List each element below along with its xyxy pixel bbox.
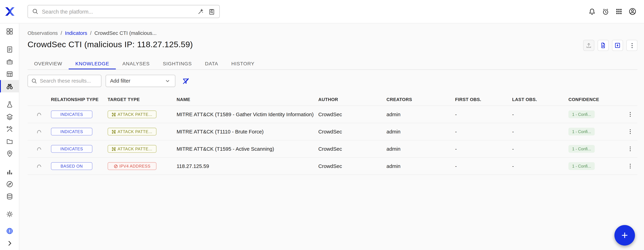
results-search (28, 75, 102, 87)
apps-grid-icon[interactable] (615, 8, 622, 15)
row-menu-button[interactable] (625, 161, 635, 171)
table-row[interactable]: INDICATES ATTACK PATTE... MITRE ATT&CK (… (28, 123, 638, 140)
tab-overview[interactable]: OVERVIEW (28, 58, 69, 69)
file-import-button[interactable] (612, 40, 623, 51)
sidebar-item-investigations[interactable] (0, 178, 19, 190)
relationship-type-chip[interactable]: BASED ON (51, 162, 92, 170)
main-content: Observations / Indicators / CrowdSec CTI… (19, 23, 644, 250)
breadcrumb-separator: / (61, 30, 62, 36)
alarm-icon[interactable] (602, 8, 610, 16)
platform-search (28, 5, 220, 18)
row-menu-button[interactable] (625, 144, 635, 154)
relationship-type-chip[interactable]: INDICATES (51, 145, 92, 153)
notifications-bell-icon[interactable] (588, 8, 596, 16)
row-author: CrowdSec (318, 129, 386, 134)
tab-data[interactable]: DATA (198, 58, 224, 69)
clipboard-search-icon[interactable] (208, 8, 215, 15)
breadcrumb-indicators[interactable]: Indicators (65, 30, 87, 36)
row-first-obs: - (455, 146, 512, 152)
table-row[interactable]: INDICATES ATTACK PATTE... MITRE ATT&CK (… (28, 140, 638, 158)
sidebar (0, 23, 19, 250)
kebab-menu-icon (627, 128, 633, 135)
kebab-menu-icon (627, 146, 633, 152)
account-icon[interactable] (628, 7, 636, 16)
row-creators: admin (386, 129, 455, 134)
sidebar-item-threats[interactable] (0, 98, 19, 110)
file-import-icon (614, 42, 621, 49)
attack-pattern-icon (112, 130, 116, 134)
tab-knowledge[interactable]: KNOWLEDGE (69, 58, 116, 69)
sidebar-item-entities[interactable] (0, 135, 19, 148)
breadcrumb-current: CrowdSec CTI (malicious... (94, 30, 157, 36)
table-row[interactable]: BASED ON IPV4 ADDRESS 118.27.125.59 Crow… (28, 158, 638, 175)
tools-icon (6, 125, 14, 133)
col-relationship-type[interactable]: RELATIONSHIP TYPE (51, 97, 108, 102)
sidebar-item-events[interactable] (0, 68, 19, 80)
add-filter-label: Add filter (110, 78, 130, 84)
relationship-type-chip[interactable]: INDICATES (51, 128, 92, 136)
file-export-button[interactable] (598, 40, 609, 51)
target-type-chip[interactable]: ATTACK PATTE... (108, 128, 156, 136)
app-window: Observations / Indicators / CrowdSec CTI… (0, 0, 644, 250)
sidebar-item-observations[interactable] (0, 80, 19, 92)
sidebar-item-arsenal[interactable] (0, 110, 19, 123)
more-options-button[interactable] (626, 40, 638, 51)
chevron-down-icon (164, 78, 171, 84)
breadcrumb-observations[interactable]: Observations (28, 30, 58, 36)
col-target-type[interactable]: TARGET TYPE (108, 97, 177, 102)
col-last-obs[interactable]: LAST OBS. (512, 97, 568, 102)
confidence-badge: 1 - Confi... (568, 162, 595, 170)
sidebar-item-analyses[interactable] (0, 43, 19, 56)
platform-search-input[interactable] (42, 8, 194, 14)
sidebar-item-data[interactable] (0, 190, 19, 202)
sidebar-collapse[interactable] (0, 237, 19, 249)
gear-icon (6, 210, 14, 218)
table-row[interactable]: INDICATES ATTACK PATTE... MITRE ATT&CK (… (28, 106, 638, 123)
row-menu-button[interactable] (625, 110, 635, 119)
tab-history[interactable]: HISTORY (225, 58, 261, 69)
tab-analyses[interactable]: ANALYSES (116, 58, 156, 69)
location-pin-icon (6, 150, 14, 158)
col-author[interactable]: AUTHOR (318, 97, 386, 102)
add-filter-select[interactable]: Add filter (106, 75, 176, 87)
relationship-type-chip[interactable]: INDICATES (51, 110, 92, 118)
kebab-menu-icon (629, 42, 635, 49)
home-grid-icon (6, 27, 14, 35)
sidebar-item-techniques[interactable] (0, 123, 19, 135)
sidebar-item-cases[interactable] (0, 56, 19, 68)
row-creators: admin (386, 146, 455, 152)
row-menu-button[interactable] (625, 127, 635, 136)
row-author: CrowdSec (318, 112, 386, 117)
opencti-logo[interactable] (0, 6, 19, 18)
sidebar-item-dashboards[interactable] (0, 166, 19, 178)
chevron-right-icon (6, 239, 14, 247)
col-creators[interactable]: CREATORS (386, 97, 455, 102)
clear-filters-button[interactable] (180, 75, 192, 87)
target-type-chip[interactable]: ATTACK PATTE... (108, 110, 156, 118)
target-type-chip[interactable]: ATTACK PATTE... (108, 145, 156, 153)
col-name[interactable]: NAME (177, 97, 318, 102)
confidence-badge: 1 - Confi... (568, 110, 595, 118)
row-first-obs: - (455, 112, 512, 117)
add-relationship-fab[interactable]: + (614, 225, 635, 246)
row-author: CrowdSec (318, 146, 386, 152)
relationship-link-icon (28, 111, 51, 118)
breadcrumb: Observations / Indicators / CrowdSec CTI… (28, 30, 638, 36)
col-confidence[interactable]: CONFIDENCE (568, 97, 622, 102)
binoculars-icon (6, 82, 14, 90)
sidebar-item-home[interactable] (0, 25, 19, 38)
magic-wand-icon[interactable] (197, 8, 204, 15)
results-search-input[interactable] (40, 78, 98, 84)
page-title: CrowdSec CTI (malicious IP: 118.27.125.5… (28, 40, 193, 49)
sidebar-item-xtm-hub[interactable] (0, 224, 19, 237)
folder-icon (6, 137, 14, 145)
row-creators: admin (386, 163, 455, 169)
col-first-obs[interactable]: FIRST OBS. (455, 97, 512, 102)
tab-sightings[interactable]: SIGHTINGS (156, 58, 198, 69)
compass-icon (6, 180, 14, 188)
sidebar-item-locations[interactable] (0, 148, 19, 160)
sidebar-item-settings[interactable] (0, 208, 19, 220)
target-type-chip[interactable]: IPV4 ADDRESS (108, 162, 156, 170)
row-first-obs: - (455, 129, 512, 134)
upload-button[interactable] (583, 40, 594, 51)
